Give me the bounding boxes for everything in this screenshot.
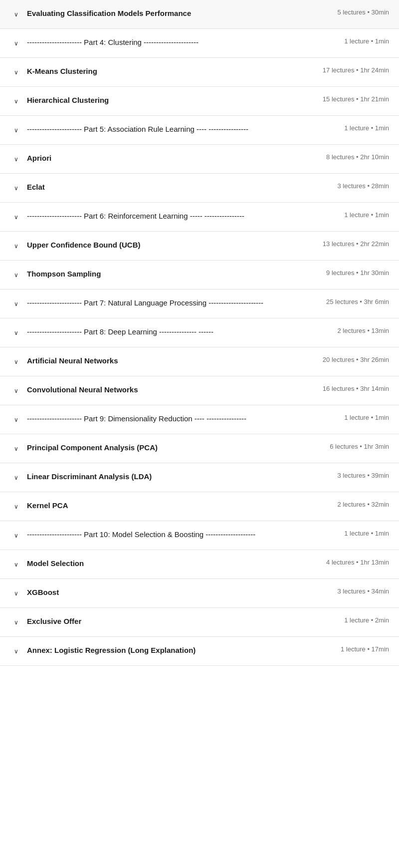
section-title: XGBoost xyxy=(27,587,319,597)
section-meta: 9 lectures • 1hr 30min xyxy=(324,269,389,278)
section-item-part8-deep-learning[interactable]: ∨---------------------- Part 8: Deep Lea… xyxy=(0,318,399,347)
section-item-hierarchical-clustering[interactable]: ∨Hierarchical Clustering15 lectures • 1h… xyxy=(0,87,399,116)
section-content: Artificial Neural Networks20 lectures • … xyxy=(27,355,389,366)
section-item-convolutional-neural-networks[interactable]: ∨Convolutional Neural Networks16 lecture… xyxy=(0,376,399,405)
section-content: XGBoost3 lectures • 34min xyxy=(27,587,389,597)
section-meta: 25 lectures • 3hr 6min xyxy=(324,297,389,306)
section-meta: 1 lecture • 1min xyxy=(324,529,389,538)
section-meta: 17 lectures • 1hr 24min xyxy=(323,66,389,75)
section-item-part7-nlp[interactable]: ∨---------------------- Part 7: Natural … xyxy=(0,289,399,318)
chevron-down-icon: ∨ xyxy=(10,37,22,49)
chevron-down-icon: ∨ xyxy=(10,66,22,78)
chevron-down-icon: ∨ xyxy=(10,153,22,165)
section-item-kmeans-clustering[interactable]: ∨K-Means Clustering17 lectures • 1hr 24m… xyxy=(0,58,399,87)
section-content: ---------------------- Part 9: Dimension… xyxy=(27,413,389,424)
section-item-exclusive-offer[interactable]: ∨Exclusive Offer1 lecture • 2min xyxy=(0,608,399,637)
section-meta: 3 lectures • 28min xyxy=(324,182,389,191)
section-content: Apriori8 lectures • 2hr 10min xyxy=(27,153,389,163)
section-content: Eclat3 lectures • 28min xyxy=(27,182,389,192)
section-title: Eclat xyxy=(27,182,319,192)
section-title: Apriori xyxy=(27,153,319,163)
section-title: ---------------------- Part 10: Model Se… xyxy=(27,529,319,540)
section-content: Convolutional Neural Networks16 lectures… xyxy=(27,384,389,395)
section-meta: 3 lectures • 34min xyxy=(324,587,389,596)
section-meta: 20 lectures • 3hr 26min xyxy=(323,355,389,364)
section-title: ---------------------- Part 6: Reinforce… xyxy=(27,211,319,221)
section-title: Principal Component Analysis (PCA) xyxy=(27,442,319,453)
chevron-down-icon: ∨ xyxy=(10,385,22,397)
chevron-down-icon: ∨ xyxy=(10,327,22,339)
section-title: Thompson Sampling xyxy=(27,269,319,279)
section-title: Upper Confidence Bound (UCB) xyxy=(27,240,318,250)
section-content: K-Means Clustering17 lectures • 1hr 24mi… xyxy=(27,66,389,76)
section-meta: 1 lecture • 1min xyxy=(324,37,389,46)
section-meta: 2 lectures • 32min xyxy=(324,500,389,509)
section-title: ---------------------- Part 7: Natural L… xyxy=(27,297,319,308)
section-content: ---------------------- Part 7: Natural L… xyxy=(27,297,389,308)
section-meta: 1 lecture • 1min xyxy=(324,413,389,422)
section-item-eclat[interactable]: ∨Eclat3 lectures • 28min xyxy=(0,174,399,203)
section-meta: 13 lectures • 2hr 22min xyxy=(323,240,389,249)
chevron-down-icon: ∨ xyxy=(10,443,22,455)
section-meta: 6 lectures • 1hr 3min xyxy=(324,442,389,451)
section-content: Annex: Logistic Regression (Long Explana… xyxy=(27,645,389,655)
section-content: ---------------------- Part 8: Deep Lear… xyxy=(27,326,389,337)
section-item-thompson-sampling[interactable]: ∨Thompson Sampling9 lectures • 1hr 30min xyxy=(0,261,399,289)
section-item-part5-association[interactable]: ∨---------------------- Part 5: Associat… xyxy=(0,116,399,145)
section-title: Hierarchical Clustering xyxy=(27,95,318,105)
section-meta: 15 lectures • 1hr 21min xyxy=(323,95,389,104)
section-title: ---------------------- Part 9: Dimension… xyxy=(27,413,319,424)
section-item-part6-reinforcement[interactable]: ∨---------------------- Part 6: Reinforc… xyxy=(0,203,399,232)
section-item-model-selection[interactable]: ∨Model Selection4 lectures • 1hr 13min xyxy=(0,550,399,579)
section-item-evaluating-classification[interactable]: ∨Evaluating Classification Models Perfor… xyxy=(0,0,399,29)
section-meta: 3 lectures • 39min xyxy=(324,471,389,480)
section-meta: 4 lectures • 1hr 13min xyxy=(324,558,389,567)
section-title: Exclusive Offer xyxy=(27,616,319,626)
section-item-upper-confidence[interactable]: ∨Upper Confidence Bound (UCB)13 lectures… xyxy=(0,232,399,261)
chevron-down-icon: ∨ xyxy=(10,95,22,107)
chevron-down-icon: ∨ xyxy=(10,616,22,628)
section-meta: 8 lectures • 2hr 10min xyxy=(324,153,389,162)
section-item-xgboost[interactable]: ∨XGBoost3 lectures • 34min xyxy=(0,579,399,608)
chevron-down-icon: ∨ xyxy=(10,240,22,252)
section-content: ---------------------- Part 6: Reinforce… xyxy=(27,211,389,221)
course-list: ∨Evaluating Classification Models Perfor… xyxy=(0,0,399,666)
section-content: Thompson Sampling9 lectures • 1hr 30min xyxy=(27,269,389,279)
section-item-part9-dimensionality[interactable]: ∨---------------------- Part 9: Dimensio… xyxy=(0,405,399,434)
chevron-down-icon: ∨ xyxy=(10,414,22,426)
section-meta: 2 lectures • 13min xyxy=(324,326,389,335)
section-title: Model Selection xyxy=(27,558,319,569)
section-content: ---------------------- Part 4: Clusterin… xyxy=(27,37,389,47)
section-item-part10-model-selection[interactable]: ∨---------------------- Part 10: Model S… xyxy=(0,521,399,550)
section-item-part4-clustering[interactable]: ∨---------------------- Part 4: Clusteri… xyxy=(0,29,399,58)
section-content: Evaluating Classification Models Perform… xyxy=(27,8,389,18)
section-title: Linear Discriminant Analysis (LDA) xyxy=(27,471,319,482)
section-title: K-Means Clustering xyxy=(27,66,318,76)
chevron-down-icon: ∨ xyxy=(10,530,22,542)
section-meta: 1 lecture • 2min xyxy=(324,616,389,625)
section-content: Linear Discriminant Analysis (LDA)3 lect… xyxy=(27,471,389,482)
chevron-down-icon: ∨ xyxy=(10,645,22,657)
section-title: Convolutional Neural Networks xyxy=(27,384,318,395)
chevron-down-icon: ∨ xyxy=(10,8,22,20)
section-title: ---------------------- Part 5: Associati… xyxy=(27,124,319,134)
section-item-lda[interactable]: ∨Linear Discriminant Analysis (LDA)3 lec… xyxy=(0,463,399,492)
section-title: Artificial Neural Networks xyxy=(27,355,318,366)
chevron-down-icon: ∨ xyxy=(10,356,22,368)
section-title: Evaluating Classification Models Perform… xyxy=(27,8,319,18)
chevron-down-icon: ∨ xyxy=(10,124,22,136)
section-item-apriori[interactable]: ∨Apriori8 lectures • 2hr 10min xyxy=(0,145,399,174)
section-meta: 5 lectures • 30min xyxy=(324,8,389,17)
section-meta: 1 lecture • 1min xyxy=(324,211,389,220)
chevron-down-icon: ∨ xyxy=(10,472,22,484)
section-meta: 1 lecture • 1min xyxy=(324,124,389,133)
chevron-down-icon: ∨ xyxy=(10,587,22,599)
section-item-pca[interactable]: ∨Principal Component Analysis (PCA)6 lec… xyxy=(0,434,399,463)
section-title: ---------------------- Part 4: Clusterin… xyxy=(27,37,319,47)
section-content: Kernel PCA2 lectures • 32min xyxy=(27,500,389,511)
section-content: Hierarchical Clustering15 lectures • 1hr… xyxy=(27,95,389,105)
section-item-artificial-neural-networks[interactable]: ∨Artificial Neural Networks20 lectures •… xyxy=(0,347,399,376)
section-item-annex-logistic-regression[interactable]: ∨Annex: Logistic Regression (Long Explan… xyxy=(0,637,399,666)
section-item-kernel-pca[interactable]: ∨Kernel PCA2 lectures • 32min xyxy=(0,492,399,521)
section-content: Principal Component Analysis (PCA)6 lect… xyxy=(27,442,389,453)
